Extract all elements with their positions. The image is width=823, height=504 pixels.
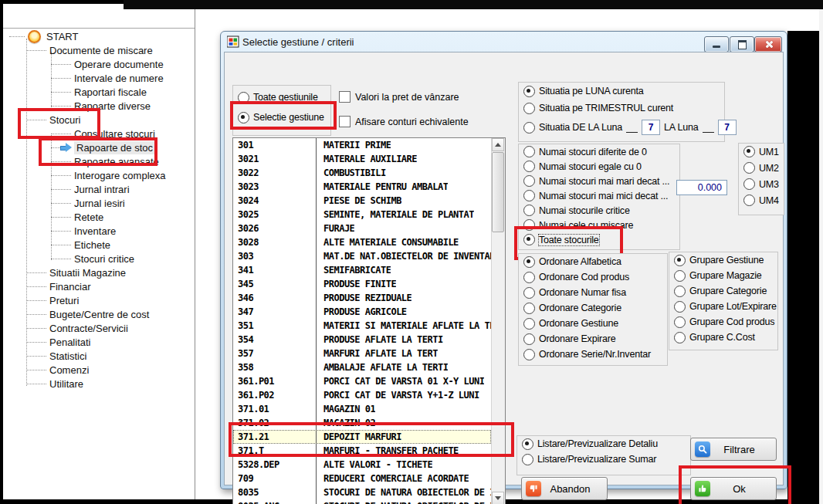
stock-filter-radio-option[interactable]: Toate stocurile: [519, 232, 679, 247]
tree-item[interactable]: Rapoarte diverse: [3, 99, 195, 113]
account-row[interactable]: 3021MATERALE AUXILIARE: [233, 152, 491, 166]
stock-filter-radio-option[interactable]: Numai stocuri mai mari decat ...: [519, 174, 679, 188]
ordering-radio-option[interactable]: Ordonare Gestiune: [519, 316, 667, 331]
account-row[interactable]: 341SEMIFABRICATE: [233, 263, 491, 277]
account-row[interactable]: 371.01MAGAZIN 01: [233, 402, 491, 416]
checkbox-valori-pret[interactable]: Valori la pret de vânzare: [339, 91, 459, 103]
um-radio-option[interactable]: UM4: [739, 192, 784, 208]
account-row[interactable]: 351MATERII SI MATERIALE AFLATE LA TE: [233, 319, 491, 333]
grouping-radio-option[interactable]: Grupare Categorie: [669, 283, 777, 299]
tree-item[interactable]: Stocuri critice: [3, 252, 195, 266]
ordering-radio-option[interactable]: Ordonare Categorie: [519, 300, 667, 316]
account-row[interactable]: 357MARFURI AFLATE LA TERT: [233, 347, 491, 360]
account-row[interactable]: 8035.ANGSTOCURI DE NATURA OBIECTELOR DE …: [233, 499, 491, 504]
tree-item[interactable]: Bugete/Centre de cost: [3, 307, 195, 321]
tree-item[interactable]: Situatii Magazine: [3, 266, 195, 279]
tree-item[interactable]: Preturi: [3, 293, 195, 307]
checkbox-afisare-conturi[interactable]: Afisare conturi echivalente: [339, 116, 469, 127]
tree-item-start[interactable]: START: [3, 29, 195, 43]
account-row[interactable]: 3026FURAJE: [233, 222, 491, 235]
month-to-field[interactable]: 7: [718, 120, 737, 135]
tree-item[interactable]: Documente de miscare: [3, 43, 195, 57]
tree-item[interactable]: Interogare complexa: [3, 168, 195, 182]
scrollbar-thumb[interactable]: [492, 152, 504, 232]
tree-item[interactable]: Penalitati: [3, 335, 195, 349]
tree-item[interactable]: Jurnal iesiri: [3, 196, 195, 210]
tree-item[interactable]: Intervale de numere: [3, 71, 195, 85]
minimize-button[interactable]: [704, 36, 729, 52]
account-row[interactable]: 371.21DEPOZIT MARFURI: [233, 430, 491, 444]
um-radio-option[interactable]: UM2: [739, 160, 784, 176]
grouping-radio-option[interactable]: Grupare C.Cost: [669, 330, 777, 345]
stock-filter-radio-option[interactable]: Numai stocurile critice: [519, 203, 679, 218]
account-row[interactable]: 709REDUCERI COMERCIALE ACORDATE: [233, 472, 491, 485]
tree-item[interactable]: Retete: [3, 210, 195, 224]
period-radio-option[interactable]: Situatia pe LUNA curenta: [519, 83, 724, 100]
account-row[interactable]: 347PRODUSE AGRICOLE: [233, 305, 491, 319]
account-row[interactable]: 361.P02PORCI CAT DE VARSTA Y+1-Z LUNI: [233, 388, 491, 402]
stock-filter-radio-option[interactable]: Numai stocuri egale cu 0: [519, 159, 679, 174]
ok-button[interactable]: Ok: [690, 477, 777, 500]
month-from-field[interactable]: 7: [642, 120, 660, 135]
tree-item[interactable]: Consultare stocuri: [3, 127, 195, 140]
list-scrollbar[interactable]: [491, 138, 505, 504]
listing-radio-option[interactable]: Listare/Previzualizare Detaliu: [517, 436, 690, 452]
account-row[interactable]: 303MAT.DE NAT.OBIECTELOR DE INVENTAR: [233, 249, 491, 263]
maximize-button[interactable]: [730, 36, 754, 52]
filtrare-button[interactable]: Filtrare: [690, 438, 777, 461]
account-row[interactable]: 8035STOCURI DE NATURA OBIECTELOR DE I: [233, 485, 491, 499]
period-range-radio-option[interactable]: Situatia DE LA Luna 7 LA Luna 7: [519, 117, 724, 138]
listing-group: Listare/Previzualizare DetaliuListare/Pr…: [516, 435, 691, 475]
account-row[interactable]: 345PRODUSE FINITE: [233, 277, 491, 291]
tree-item[interactable]: Operare documente: [3, 57, 195, 71]
listing-radio-option[interactable]: Listare/Previzualizare Sumar: [517, 452, 690, 467]
tree-item[interactable]: Statistici: [3, 349, 195, 363]
grouping-radio-option[interactable]: Grupare Lot/Expirare: [669, 299, 777, 314]
threshold-value-field[interactable]: 0.000: [676, 180, 727, 195]
account-row[interactable]: 361.P01PORCI CAT DE VARSTA 01 X-Y LUNI: [233, 374, 491, 388]
grouping-radio-option[interactable]: Grupare Magazie: [669, 268, 777, 283]
tree-item[interactable]: Raportari fiscale: [3, 85, 195, 99]
account-row[interactable]: 354PRODUSE AFLATE LA TERTI: [233, 333, 491, 347]
stock-filter-radio-option[interactable]: Numai cele cu miscare: [519, 218, 679, 232]
tree-item[interactable]: Rapoarte avansate: [3, 154, 195, 168]
tree-item[interactable]: Contracte/Servicii: [3, 321, 195, 335]
tree-item[interactable]: Comenzi: [3, 363, 195, 377]
grouping-radio-option[interactable]: Grupare Cod produs: [669, 314, 777, 330]
period-radio-option[interactable]: Situatia pe TRIMESTRUL curent: [519, 100, 724, 117]
ordering-radio-option[interactable]: Ordonare Numar fisa: [519, 285, 667, 300]
scroll-up-arrow-icon[interactable]: [492, 138, 504, 151]
account-row[interactable]: 301MATERII PRIME: [233, 138, 491, 152]
account-row[interactable]: 3022COMBUSTIBILI: [233, 166, 491, 180]
account-row[interactable]: 5328.DEPALTE VALORI - TICHETE: [233, 458, 491, 472]
account-row[interactable]: 346PRODUSE REZIDUALE: [233, 291, 491, 305]
account-row[interactable]: 358AMBALAJE AFLATE LA TERTI: [233, 360, 491, 374]
account-row[interactable]: 3025SEMINTE, MATERIALE DE PLANTAT: [233, 208, 491, 222]
stock-filter-radio-option[interactable]: Numai stocuri mai mici decat ...: [519, 188, 679, 203]
stock-filter-radio-option[interactable]: Numai stocuri diferite de 0: [519, 144, 679, 159]
ordering-radio-option[interactable]: Ordonare Expirare: [519, 331, 667, 347]
um-radio-option[interactable]: UM1: [739, 144, 784, 160]
account-row[interactable]: 3023MATERIALE PENTRU AMBALAT: [233, 180, 491, 194]
tree-item[interactable]: Inventare: [3, 224, 195, 238]
tree-item[interactable]: Rapoarte de stoc: [3, 140, 195, 154]
tree-item[interactable]: Utilitare: [3, 377, 195, 391]
um-radio-option[interactable]: UM3: [739, 176, 784, 192]
close-button[interactable]: [754, 36, 782, 52]
tree-item[interactable]: Etichete: [3, 238, 195, 252]
gestiune-radio-option[interactable]: Selectie gestiune: [233, 109, 330, 126]
scroll-down-arrow-icon[interactable]: [492, 492, 504, 504]
tree-item[interactable]: Jurnal intrari: [3, 182, 195, 196]
account-row[interactable]: 3024PIESE DE SCHIMB: [233, 194, 491, 208]
gestiune-radio-option[interactable]: Toate gestiunile: [233, 89, 330, 106]
account-row[interactable]: 371.02MAGAZIN 02: [233, 416, 491, 430]
account-row[interactable]: 371.TMARFURI - TRANSFER PACHETE: [233, 444, 491, 458]
tree-item[interactable]: Stocuri: [3, 113, 195, 127]
abandon-button[interactable]: Abandon: [521, 477, 608, 500]
tree-item[interactable]: Financiar: [3, 279, 195, 293]
grouping-radio-option[interactable]: Grupare Gestiune: [669, 252, 777, 268]
account-row[interactable]: 3028ALTE MATERIALE CONSUMABILE: [233, 235, 491, 249]
ordering-radio-option[interactable]: Ordonare Serie/Nr.Inventar: [519, 347, 667, 362]
ordering-radio-option[interactable]: Ordonare Cod produs: [519, 269, 667, 285]
ordering-radio-option[interactable]: Ordonare Alfabetica: [519, 254, 667, 269]
